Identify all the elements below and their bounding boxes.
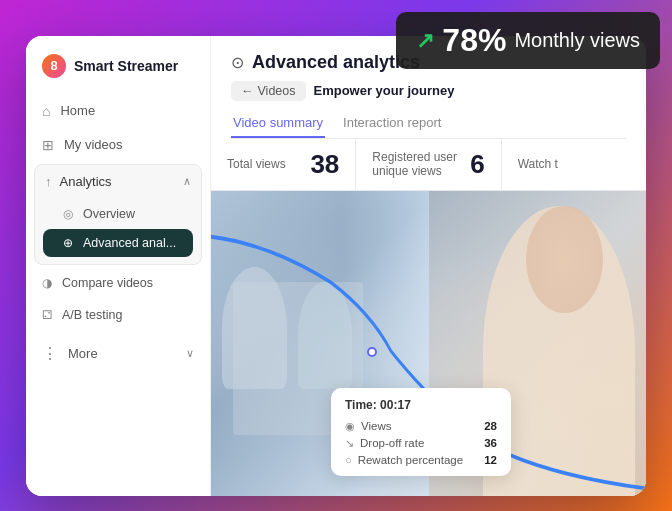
tabs-row: Video summary Interaction report (231, 109, 626, 139)
sidebar-item-ab-testing[interactable]: ⚁ A/B testing (26, 301, 210, 329)
video-title: Empower your journey (314, 83, 455, 98)
tooltip: Time: 00:17 ◉ Views 28 ↘ Drop-off rate 3… (331, 388, 511, 476)
tab-interaction-report[interactable]: Interaction report (341, 109, 443, 138)
watch-time-label: Watch t (518, 157, 558, 171)
trending-up-icon: ↗ (416, 28, 434, 54)
tooltip-row-rewatch: ○ Rewatch percentage 12 (345, 454, 497, 466)
badge-label: Monthly views (514, 29, 640, 52)
dropoff-label: Drop-off rate (360, 437, 424, 449)
registered-views-value: 6 (470, 149, 484, 180)
analytics-section: ↑ Analytics ∧ ◎ Overview ⊕ Advanced anal… (34, 164, 202, 265)
rewatch-label: Rewatch percentage (358, 454, 463, 466)
logo-icon: 8 (42, 54, 66, 78)
rewatch-value: 12 (484, 454, 497, 466)
ab-label: A/B testing (62, 308, 122, 322)
page-title: Advanced analytics (252, 52, 420, 73)
video-area: Time: 00:17 ◉ Views 28 ↘ Drop-off rate 3… (211, 191, 646, 496)
views-icon: ◉ (345, 420, 355, 433)
breadcrumb-row: ← Videos Empower your journey (231, 81, 626, 101)
tooltip-row-dropoff: ↘ Drop-off rate 36 (345, 437, 497, 450)
ab-icon: ⚁ (42, 308, 52, 322)
tooltip-time: Time: 00:17 (345, 398, 497, 412)
overview-icon: ◎ (63, 207, 73, 221)
advanced-analytics-icon: ⊕ (63, 236, 73, 250)
rewatch-icon: ○ (345, 454, 352, 466)
analytics-sub-items: ◎ Overview ⊕ Advanced anal... (35, 198, 201, 264)
logo-text: Smart Streamer (74, 58, 178, 74)
dropoff-value: 36 (484, 437, 497, 449)
more-label: More (68, 346, 98, 361)
back-label: Videos (258, 84, 296, 98)
stat-total-views: Total views 38 (211, 139, 356, 190)
badge-percent: 78% (442, 22, 506, 59)
back-button[interactable]: ← Videos (231, 81, 306, 101)
more-icon: ⋮ (42, 344, 58, 363)
overview-label: Overview (83, 207, 135, 221)
stat-registered-unique-views: Registered user unique views 6 (356, 139, 501, 190)
videos-icon: ⊞ (42, 137, 54, 153)
advanced-analytics-label: Advanced anal... (83, 236, 176, 250)
page-title-icon: ⊙ (231, 53, 244, 72)
monthly-views-badge: ↗ 78% Monthly views (396, 12, 660, 69)
main-card: 8 Smart Streamer ⌂ Home ⊞ My videos ↑ An… (26, 36, 646, 496)
stats-row: Total views 38 Registered user unique vi… (211, 139, 646, 191)
compare-icon: ◑ (42, 276, 52, 290)
sidebar-item-overview[interactable]: ◎ Overview (35, 200, 201, 228)
compare-label: Compare videos (62, 276, 153, 290)
registered-views-label: Registered user unique views (372, 150, 470, 178)
home-label: Home (60, 103, 95, 118)
total-views-label: Total views (227, 157, 286, 171)
views-label: Views (361, 420, 391, 432)
sidebar-item-home[interactable]: ⌂ Home (26, 94, 210, 128)
dropoff-icon: ↘ (345, 437, 354, 450)
analytics-section-header[interactable]: ↑ Analytics ∧ (35, 165, 201, 198)
sidebar-item-my-videos[interactable]: ⊞ My videos (26, 128, 210, 162)
stat-watch-time: Watch t (502, 139, 646, 190)
chevron-up-icon: ∧ (183, 175, 191, 188)
total-views-value: 38 (310, 149, 339, 180)
tab-video-summary[interactable]: Video summary (231, 109, 325, 138)
main-content: ⊙ Advanced analytics ← Videos Empower yo… (211, 36, 646, 496)
analytics-header-left: ↑ Analytics (45, 174, 112, 189)
sidebar-more[interactable]: ⋮ More ∨ (26, 335, 210, 372)
sidebar-item-advanced-analytics[interactable]: ⊕ Advanced anal... (43, 229, 193, 257)
analytics-label: Analytics (60, 174, 112, 189)
my-videos-label: My videos (64, 137, 123, 152)
sidebar-item-compare-videos[interactable]: ◑ Compare videos (26, 269, 210, 297)
sidebar: 8 Smart Streamer ⌂ Home ⊞ My videos ↑ An… (26, 36, 211, 496)
views-value: 28 (484, 420, 497, 432)
back-arrow-icon: ← (241, 84, 254, 98)
tooltip-row-views: ◉ Views 28 (345, 420, 497, 433)
logo: 8 Smart Streamer (26, 54, 210, 94)
home-icon: ⌂ (42, 103, 50, 119)
analytics-icon: ↑ (45, 174, 52, 189)
chevron-down-icon: ∨ (186, 347, 194, 360)
